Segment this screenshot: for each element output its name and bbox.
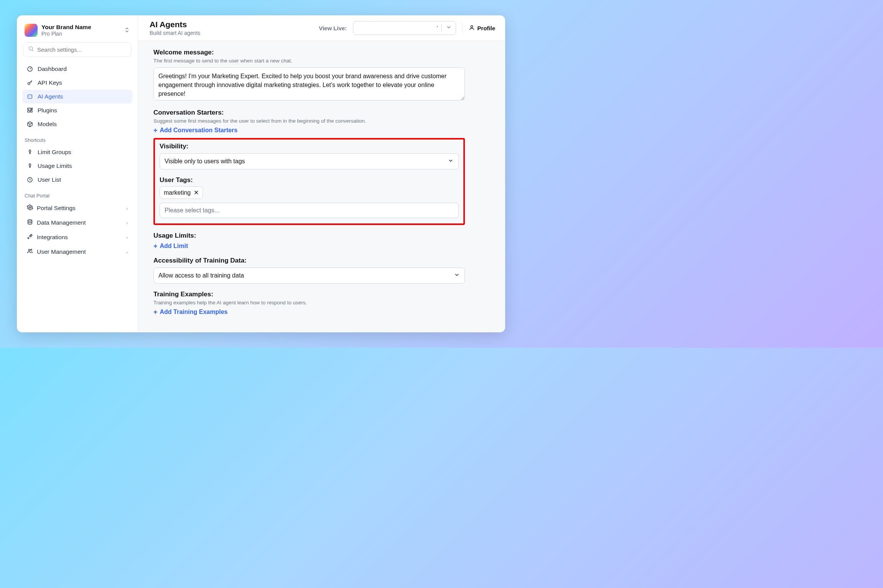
nav-limit-groups[interactable]: Limit Groups bbox=[22, 145, 132, 159]
welcome-desc: The first message to send to the user wh… bbox=[153, 58, 465, 64]
training-access-value: Allow access to all training data bbox=[158, 272, 244, 279]
nav-label: User Management bbox=[37, 248, 86, 255]
svg-point-6 bbox=[30, 96, 31, 97]
tag-select-input[interactable]: Please select tags... bbox=[160, 203, 459, 218]
page-subtitle: Build smart AI agents bbox=[150, 30, 200, 36]
main: AI Agents Build smart AI agents View Liv… bbox=[138, 15, 505, 332]
nav-api-keys[interactable]: API Keys bbox=[22, 76, 132, 90]
chevron-down-icon[interactable] bbox=[441, 24, 456, 32]
view-live-value: ' bbox=[353, 25, 441, 31]
tag-chip-marketing[interactable]: marketing ✕ bbox=[160, 186, 203, 199]
training-access-title: Accessibility of Training Data: bbox=[153, 257, 465, 264]
profile-label: Profile bbox=[477, 25, 495, 31]
topbar-right: View Live: ' Profile bbox=[319, 21, 495, 35]
page-heading: AI Agents Build smart AI agents bbox=[150, 20, 200, 36]
add-training-examples-button[interactable]: + Add Training Examples bbox=[153, 309, 227, 315]
up-down-icon bbox=[124, 27, 130, 34]
training-examples-desc: Training examples help the AI agent lear… bbox=[153, 300, 465, 305]
cube-icon bbox=[27, 121, 34, 127]
content-scroll[interactable]: Welcome message: The first message to se… bbox=[138, 41, 505, 332]
svg-point-12 bbox=[471, 25, 473, 27]
visibility-value: Visible only to users with tags bbox=[165, 158, 245, 165]
chevron-right-icon: › bbox=[126, 205, 128, 211]
nav-label: Integrations bbox=[37, 234, 68, 241]
nav-label: Models bbox=[38, 121, 57, 128]
add-limit-button[interactable]: + Add Limit bbox=[153, 243, 188, 250]
page-title: AI Agents bbox=[150, 20, 200, 29]
search-input-wrap[interactable] bbox=[23, 42, 132, 57]
form: Welcome message: The first message to se… bbox=[153, 49, 465, 316]
nav-data-management[interactable]: Data Management › bbox=[22, 215, 132, 230]
chevron-right-icon: › bbox=[126, 235, 128, 240]
user-icon bbox=[469, 25, 475, 32]
nav-usage-limits[interactable]: Usage Limits bbox=[22, 159, 132, 173]
pin-icon bbox=[27, 149, 34, 155]
nav-portal-settings[interactable]: Portal Settings › bbox=[22, 201, 132, 215]
svg-line-1 bbox=[32, 50, 33, 51]
add-conversation-starters-button[interactable]: + Add Conversation Starters bbox=[153, 127, 237, 134]
nav-label: Limit Groups bbox=[38, 149, 71, 156]
tools-icon bbox=[27, 233, 33, 241]
brand-text: Your Brand Name Pro Plan bbox=[41, 24, 120, 37]
clock-icon bbox=[27, 177, 34, 183]
tag-label: marketing bbox=[164, 189, 191, 196]
svg-point-8 bbox=[29, 207, 31, 208]
nav-user-list[interactable]: User List bbox=[22, 173, 132, 187]
divider bbox=[462, 23, 463, 33]
visibility-title: Visibility: bbox=[160, 143, 459, 150]
usage-limits-title: Usage Limits: bbox=[153, 232, 465, 240]
svg-point-11 bbox=[31, 249, 32, 250]
key-icon bbox=[27, 80, 34, 86]
agent-icon bbox=[27, 94, 34, 100]
search-icon bbox=[28, 46, 34, 53]
nav-dashboard[interactable]: Dashboard bbox=[22, 62, 132, 76]
remove-tag-icon[interactable]: ✕ bbox=[194, 189, 199, 196]
svg-point-0 bbox=[29, 47, 33, 50]
nav-models[interactable]: Models bbox=[22, 117, 132, 131]
welcome-title: Welcome message: bbox=[153, 49, 465, 56]
svg-point-5 bbox=[29, 96, 29, 97]
plus-icon: + bbox=[153, 127, 158, 134]
visibility-select[interactable]: Visible only to users with tags bbox=[160, 153, 459, 169]
nav-integrations[interactable]: Integrations › bbox=[22, 230, 132, 245]
profile-button[interactable]: Profile bbox=[469, 25, 495, 32]
svg-point-9 bbox=[28, 220, 32, 221]
chevron-right-icon: › bbox=[126, 220, 128, 226]
nav-label: API Keys bbox=[38, 79, 62, 86]
user-tags-title: User Tags: bbox=[160, 176, 459, 184]
chevron-right-icon: › bbox=[126, 249, 128, 255]
gauge-icon bbox=[27, 66, 34, 72]
topbar: AI Agents Build smart AI agents View Liv… bbox=[138, 15, 505, 41]
nav-plugins[interactable]: Plugins bbox=[22, 103, 132, 117]
svg-point-10 bbox=[28, 249, 30, 251]
database-icon bbox=[27, 219, 33, 227]
add-label: Add Conversation Starters bbox=[160, 127, 238, 134]
pin-icon bbox=[27, 163, 34, 169]
welcome-textarea[interactable] bbox=[153, 67, 465, 100]
sidebar: Your Brand Name Pro Plan Dashboard API K… bbox=[17, 15, 138, 332]
chevron-down-icon bbox=[454, 272, 460, 279]
training-access-select[interactable]: Allow access to all training data bbox=[153, 268, 465, 284]
add-label: Add Training Examples bbox=[160, 309, 228, 315]
brand-plan: Pro Plan bbox=[41, 31, 120, 37]
brand-selector[interactable]: Your Brand Name Pro Plan bbox=[22, 22, 132, 42]
app-window: Your Brand Name Pro Plan Dashboard API K… bbox=[17, 15, 505, 332]
chevron-down-icon bbox=[448, 158, 454, 165]
nav-user-management[interactable]: User Management › bbox=[22, 245, 132, 259]
nav-label: Dashboard bbox=[38, 66, 67, 72]
gear-icon bbox=[27, 204, 33, 212]
nav-label: Portal Settings bbox=[37, 205, 76, 212]
training-examples-title: Training Examples: bbox=[153, 291, 465, 298]
view-live-select[interactable]: ' bbox=[353, 21, 456, 35]
nav-label: Data Management bbox=[37, 219, 86, 226]
nav-ai-agents[interactable]: AI Agents bbox=[22, 90, 132, 103]
search-input[interactable] bbox=[37, 46, 127, 53]
nav-label: Plugins bbox=[38, 107, 57, 114]
brand-name: Your Brand Name bbox=[41, 24, 120, 31]
nav-label: User List bbox=[38, 176, 61, 183]
puzzle-icon bbox=[27, 107, 34, 113]
shortcuts-label: Shortcuts bbox=[22, 131, 132, 145]
chat-portal-label: Chat Portal bbox=[22, 187, 132, 201]
brand-logo bbox=[25, 24, 38, 37]
conv-starters-title: Conversation Starters: bbox=[153, 109, 465, 117]
